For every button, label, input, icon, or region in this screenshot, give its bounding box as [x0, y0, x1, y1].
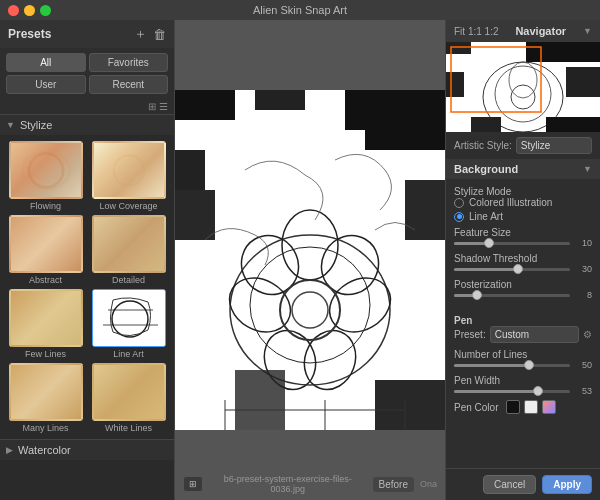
delete-preset-button[interactable]: 🗑 [153, 25, 166, 43]
stylize-controls: Stylize Mode Colored Illustration Line A… [446, 179, 600, 310]
svg-rect-35 [526, 42, 600, 62]
view-toggle-button[interactable]: ⊞ [183, 476, 203, 492]
stylize-mode-group: Colored Illustration Line Art [454, 197, 592, 222]
svg-rect-3 [93, 290, 166, 347]
navigator-arrow: ▼ [583, 26, 592, 36]
preset-detailed[interactable]: Detailed [89, 215, 168, 285]
stylize-arrow: ▼ [6, 120, 15, 130]
preset-label-flowing: Flowing [30, 201, 61, 211]
preset-label-abstract: Abstract [29, 275, 62, 285]
pen-width-row: 53 [454, 386, 592, 396]
shadow-threshold-slider[interactable] [454, 268, 570, 271]
main-layout: Presets ＋ 🗑 All Favorites User Recent ⊞ … [0, 20, 600, 500]
radio-circle-colored [454, 198, 464, 208]
watercolor-section-header[interactable]: ▶ Watercolor [0, 439, 174, 460]
feature-size-label: Feature Size [454, 227, 511, 238]
num-lines-row: 50 [454, 360, 592, 370]
preset-label-detailed: Detailed [112, 275, 145, 285]
presets-header: Presets ＋ 🗑 [0, 20, 174, 48]
bottom-bar: ⊞ b6-preset-system-exercise-files-0036.j… [175, 474, 445, 494]
maximize-button[interactable] [40, 5, 51, 16]
posterization-row: 8 [454, 290, 592, 300]
svg-rect-8 [175, 90, 235, 120]
svg-point-0 [28, 153, 62, 187]
svg-rect-9 [255, 90, 305, 110]
artistic-style-row: Artistic Style: Stylize [446, 132, 600, 159]
pen-width-value: 53 [574, 386, 592, 396]
preset-few-lines[interactable]: Few Lines [6, 289, 85, 359]
nav-thumb-svg [446, 42, 600, 132]
canvas-artwork [175, 90, 445, 430]
navigator-title: Navigator [515, 25, 566, 37]
num-lines-value: 50 [574, 360, 592, 370]
preset-many-lines[interactable]: Many Lines [6, 363, 85, 433]
center-panel: ⊞ b6-preset-system-exercise-files-0036.j… [175, 20, 445, 500]
preset-low-coverage[interactable]: Low Coverage [89, 141, 168, 211]
preset-thumb-flowing [9, 141, 83, 199]
pen-color-swatch-custom[interactable] [542, 400, 556, 414]
svg-rect-41 [566, 67, 600, 97]
artistic-style-label: Artistic Style: [454, 140, 512, 151]
pen-color-swatch-black[interactable] [506, 400, 520, 414]
before-label[interactable]: Before [373, 477, 414, 492]
preset-label-line-art: Line Art [113, 349, 144, 359]
preset-flowing[interactable]: Flowing [6, 141, 85, 211]
footer-actions: Cancel Apply [446, 468, 600, 500]
ona-label: Ona [420, 479, 437, 489]
preset-label-few-lines: Few Lines [25, 349, 66, 359]
navigator-thumbnail[interactable] [446, 42, 600, 132]
svg-rect-12 [365, 90, 445, 150]
sort-row: ⊞ ☰ [0, 99, 174, 114]
minimize-button[interactable] [24, 5, 35, 16]
pen-color-swatch-white[interactable] [524, 400, 538, 414]
canvas-area [175, 90, 445, 430]
preset-thumb-few-lines [9, 289, 83, 347]
tab-all[interactable]: All [6, 53, 86, 72]
tab-recent[interactable]: Recent [89, 75, 169, 94]
close-button[interactable] [8, 5, 19, 16]
preset-white-lines[interactable]: White Lines [89, 363, 168, 433]
cancel-button[interactable]: Cancel [483, 475, 536, 494]
colored-illustration-label: Colored Illustration [469, 197, 552, 208]
preset-line-art[interactable]: Line Art [89, 289, 168, 359]
svg-rect-26 [405, 180, 445, 240]
background-section-header[interactable]: Background ▼ [446, 159, 600, 179]
pen-color-label: Pen Color [454, 402, 498, 413]
preset-thumb-abstract [9, 215, 83, 273]
filename-text: b6-preset-system-exercise-files-0036.jpg [209, 474, 367, 494]
shadow-threshold-value: 30 [574, 264, 592, 274]
svg-rect-34 [446, 42, 471, 54]
feature-size-slider[interactable] [454, 242, 570, 245]
preset-abstract[interactable]: Abstract [6, 215, 85, 285]
shadow-threshold-row: 30 [454, 264, 592, 274]
posterization-slider[interactable] [454, 294, 570, 297]
pen-settings-icon[interactable]: ⚙ [583, 329, 592, 340]
tab-favorites[interactable]: Favorites [89, 53, 169, 72]
tab-user[interactable]: User [6, 75, 86, 94]
sort-icon[interactable]: ⊞ ☰ [148, 101, 168, 112]
presets-title: Presets [8, 27, 51, 41]
stylize-section-header[interactable]: ▼ Stylize [0, 114, 174, 135]
artistic-style-select[interactable]: Stylize [516, 137, 592, 154]
stylize-mode-label: Stylize Mode [454, 186, 511, 197]
svg-rect-42 [546, 117, 600, 132]
presets-scroll[interactable]: ▼ Stylize Flowing [0, 114, 174, 500]
view-controls: ⊞ [183, 476, 203, 492]
pen-width-slider[interactable] [454, 390, 570, 393]
background-arrow: ▼ [583, 164, 592, 174]
preset-thumb-detailed [92, 215, 166, 273]
preset-label-white-lines: White Lines [105, 423, 152, 433]
line-art-label: Line Art [469, 211, 503, 222]
pen-preset-select[interactable]: Custom [490, 326, 579, 343]
add-preset-button[interactable]: ＋ [134, 25, 147, 43]
preset-label-many-lines: Many Lines [22, 423, 68, 433]
radio-colored-illustration[interactable]: Colored Illustration [454, 197, 592, 208]
apply-button[interactable]: Apply [542, 475, 592, 494]
window-title: Alien Skin Snap Art [253, 4, 347, 16]
pen-preset-label: Preset: [454, 329, 486, 340]
pen-title: Pen [454, 315, 472, 326]
num-lines-slider[interactable] [454, 364, 570, 367]
radio-line-art[interactable]: Line Art [454, 211, 592, 222]
svg-rect-25 [175, 190, 215, 240]
preset-tabs: All Favorites User Recent [0, 48, 174, 99]
